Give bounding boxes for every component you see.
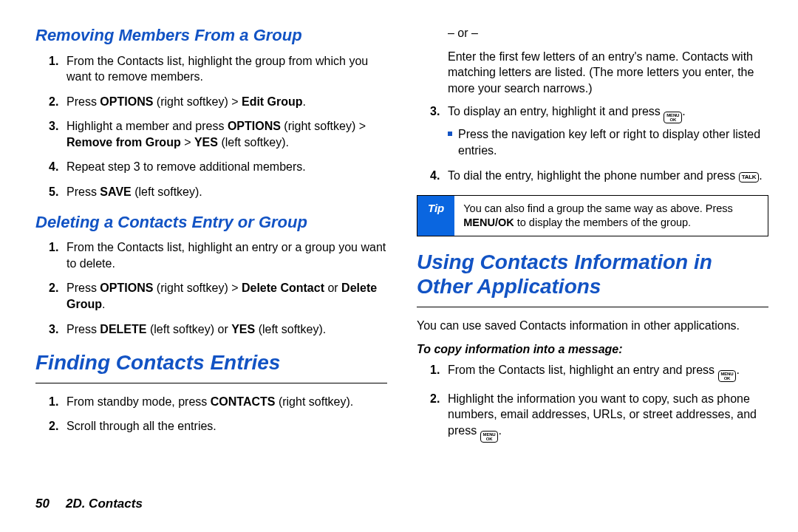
section-rule [35, 383, 387, 383]
menu-ok-key-icon: MENUOK [664, 112, 682, 123]
t: . [682, 105, 685, 117]
step: Scroll through all the entries. [66, 418, 387, 434]
b: MENU/OK [463, 216, 514, 228]
step-text: Repeat step 3 to remove additional membe… [66, 160, 306, 173]
b: YES [194, 136, 218, 149]
t: (left softkey). [218, 136, 289, 149]
b: Delete Contact [242, 282, 324, 294]
t: You can also find a group the same way a… [463, 202, 733, 214]
right-column: – or – Enter the first few letters of an… [417, 25, 768, 494]
steps-finding-continued: To display an entry, highlight it and pr… [417, 103, 768, 183]
t: (left softkey). [255, 323, 326, 335]
heading-removing-members: Removing Members From a Group [35, 25, 387, 46]
step: Highlight the information you want to co… [448, 391, 768, 443]
t: Press [66, 282, 100, 294]
t: (right softkey) > [153, 95, 242, 108]
b: YES [231, 323, 255, 335]
b: Edit Group [242, 95, 303, 108]
talk-key-icon: TALK [739, 172, 760, 183]
using-intro: You can use saved Contacts information i… [417, 318, 768, 334]
step: From standby mode, press CONTACTS (right… [66, 394, 387, 410]
t: To dial the entry, highlight the phone n… [448, 169, 739, 182]
step: From the Contacts list, highlight the gr… [66, 53, 387, 85]
t: to display the members of the group. [514, 216, 691, 228]
t: . [498, 424, 501, 437]
t: From the Contacts list, highlight an ent… [448, 364, 718, 376]
t: (right softkey). [275, 395, 353, 408]
t: Press the navigation key left or right t… [458, 128, 760, 157]
step: Press DELETE (left softkey) or YES (left… [66, 321, 387, 338]
t: or [324, 282, 341, 294]
step: To display an entry, highlight it and pr… [448, 103, 768, 158]
t: (left softkey) or [146, 323, 231, 335]
step-text: Scroll through all the entries. [66, 420, 216, 432]
heading-deleting-entry: Deleting a Contacts Entry or Group [35, 212, 387, 233]
t: Press [66, 95, 100, 108]
t: To display an entry, highlight it and pr… [448, 105, 664, 117]
manual-page: Removing Members From a Group From the C… [0, 0, 798, 532]
two-column-layout: Removing Members From a Group From the C… [35, 25, 768, 494]
t: . [303, 95, 306, 108]
steps-finding-entries: From standby mode, press CONTACTS (right… [35, 394, 387, 434]
step: To dial the entry, highlight the phone n… [448, 168, 768, 184]
b: CONTACTS [211, 395, 276, 408]
b: OPTIONS [228, 120, 281, 132]
step: Press OPTIONS (right softkey) > Delete C… [66, 280, 387, 312]
t: Highlight a member and press [66, 120, 228, 132]
t: Highlight the information you want to co… [448, 392, 757, 437]
tip-label: Tip [417, 196, 454, 236]
step-text: From the Contacts list, highlight the gr… [66, 55, 368, 83]
b: OPTIONS [100, 282, 153, 294]
step-text: From the Contacts list, highlight an ent… [66, 241, 386, 270]
t: . [102, 298, 105, 310]
page-footer: 50 2D. Contacts [35, 497, 768, 511]
menu-ok-key-icon: MENUOK [480, 431, 499, 443]
subheading-copy-info: To copy information into a message: [417, 343, 768, 356]
step: Highlight a member and press OPTIONS (ri… [66, 118, 387, 150]
steps-deleting-entry: From the Contacts list, highlight an ent… [35, 239, 387, 337]
heading-finding-entries: Finding Contacts Entries [35, 350, 387, 375]
t: (right softkey) > [281, 120, 366, 132]
tip-body: You can also find a group the same way a… [454, 196, 768, 236]
t: From standby mode, press [66, 395, 211, 408]
menu-ok-key-icon: MENUOK [718, 370, 737, 382]
step: From the Contacts list, highlight an ent… [448, 362, 768, 382]
t: Press [66, 185, 100, 198]
step: From the Contacts list, highlight an ent… [66, 239, 387, 271]
steps-removing-members: From the Contacts list, highlight the gr… [35, 53, 387, 200]
b: Remove from Group [66, 136, 181, 149]
b: OPTIONS [100, 95, 153, 108]
t: . [736, 364, 739, 376]
steps-copy-info: From the Contacts list, highlight an ent… [417, 362, 768, 443]
tip-callout: Tip You can also find a group the same w… [417, 195, 768, 236]
step: Press SAVE (left softkey). [66, 184, 387, 200]
t: > [181, 136, 194, 149]
page-number: 50 [35, 497, 50, 511]
or-description: Enter the first few letters of an entry'… [417, 49, 768, 97]
left-column: Removing Members From a Group From the C… [35, 25, 387, 494]
t: . [759, 169, 762, 182]
t: (left softkey). [132, 185, 202, 198]
section-title: 2D. Contacts [66, 497, 143, 511]
heading-using-contacts: Using Contacts Information in Other Appl… [417, 250, 768, 299]
b: SAVE [100, 185, 131, 198]
section-rule [417, 307, 768, 307]
sub-bullet: Press the navigation key left or right t… [448, 126, 768, 158]
or-marker: – or – [417, 25, 768, 41]
b: DELETE [100, 323, 146, 335]
step: Press OPTIONS (right softkey) > Edit Gro… [66, 94, 387, 110]
t: Press [66, 323, 100, 335]
step: Repeat step 3 to remove additional membe… [66, 159, 387, 175]
t: (right softkey) > [153, 282, 242, 294]
